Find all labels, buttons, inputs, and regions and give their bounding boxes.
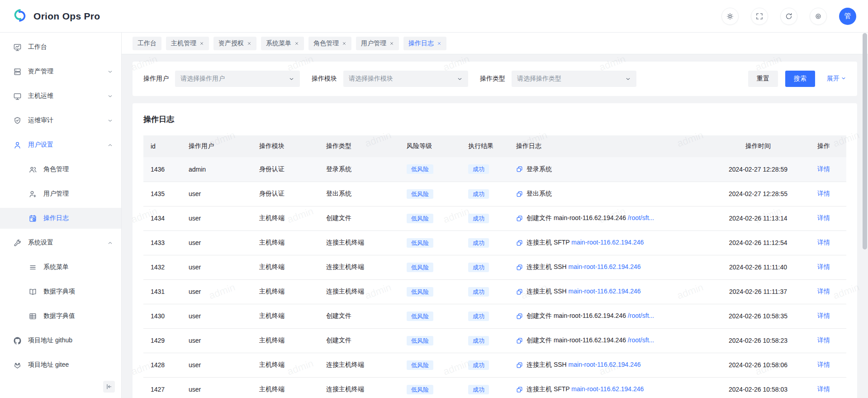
close-icon[interactable] [342, 41, 346, 46]
filter-select-user[interactable]: 请选择操作用户 [175, 71, 300, 87]
table-cell: 低风险 [399, 304, 461, 328]
avatar[interactable]: 管 [839, 8, 856, 25]
log-link[interactable]: main-root-116.62.194.246 [571, 385, 644, 393]
log-text: 连接主机 SSH main-root-116.62.194.246 [526, 263, 641, 271]
log-cell: 连接主机 SFTP main-root-116.62.194.246 [509, 230, 706, 255]
table-cell: 主机终端 [252, 230, 319, 255]
refresh-icon[interactable] [780, 8, 797, 25]
sidebar-item-1[interactable]: 资产管理 [0, 61, 121, 82]
scrollbar [863, 33, 867, 398]
sidebar-item-label: 系统设置 [28, 239, 53, 247]
tab-3[interactable]: 系统菜单 [261, 37, 304, 50]
chevron-down-icon [457, 76, 463, 82]
table-cell: 低风险 [399, 255, 461, 279]
filter-select-type[interactable]: 请选择操作类型 [512, 71, 636, 87]
action-cell: 详情 [810, 377, 846, 398]
table-cell: 身份认证 [252, 182, 319, 206]
sidebar-item-7[interactable]: 操作日志 [0, 208, 121, 229]
copy-icon[interactable] [516, 215, 523, 222]
sidebar-item-3[interactable]: 运维审计 [0, 110, 121, 131]
detail-link[interactable]: 详情 [817, 165, 830, 173]
filter-select-module[interactable]: 请选择操作模块 [343, 71, 468, 87]
sidebar-item-4[interactable]: 用户设置 [0, 134, 121, 155]
content-area: adminadminadminadminadminadminadminadmin… [122, 33, 868, 398]
table-row: 1433user主机终端连接主机终端低风险成功连接主机 SFTP main-ro… [143, 230, 846, 255]
table-cell: admin [181, 157, 252, 182]
log-link[interactable]: main-root-116.62.194.246 [571, 239, 644, 246]
log-cell: 创建文件 main-root-116.62.194.246 /root/sft.… [509, 206, 706, 230]
theme-icon[interactable] [721, 8, 739, 25]
log-cell: 连接主机 SSH main-root-116.62.194.246 [509, 279, 706, 304]
page-title: 操作日志 [143, 114, 846, 125]
log-link[interactable]: /root/sft... [628, 312, 654, 319]
copy-icon[interactable] [516, 288, 523, 295]
filter-label-type: 操作类型 [480, 75, 505, 83]
sidebar-item-6[interactable]: 用户管理 [0, 183, 121, 204]
table-cell: 成功 [461, 157, 509, 182]
action-cell: 详情 [810, 255, 846, 279]
table-cell: 1429 [143, 328, 181, 353]
sidebar-item-0[interactable]: 工作台 [0, 37, 121, 58]
action-cell: 详情 [810, 230, 846, 255]
log-text: 连接主机 SFTP main-root-116.62.194.246 [526, 239, 644, 247]
tab-0[interactable]: 工作台 [133, 37, 161, 50]
detail-link[interactable]: 详情 [817, 312, 830, 319]
detail-link[interactable]: 详情 [817, 239, 830, 246]
tab-bar: 工作台主机管理资产授权系统菜单角色管理用户管理操作日志 [122, 33, 868, 54]
detail-link[interactable]: 详情 [817, 336, 830, 344]
log-link[interactable]: /root/sft... [628, 336, 654, 344]
table-cell: 主机终端 [252, 206, 319, 230]
expand-toggle[interactable]: 展开 [827, 75, 846, 83]
sidebar-item-11[interactable]: 数据字典值 [0, 306, 121, 326]
app-title: Orion Ops Pro [33, 11, 100, 22]
detail-link[interactable]: 详情 [817, 361, 830, 368]
sidebar-item-5[interactable]: 角色管理 [0, 159, 121, 180]
detail-link[interactable]: 详情 [817, 214, 830, 221]
sidebar-item-13[interactable]: 项目地址 gitee [0, 355, 121, 375]
detail-link[interactable]: 详情 [817, 263, 830, 270]
copy-icon[interactable] [516, 362, 523, 369]
reset-button[interactable]: 重置 [748, 71, 778, 87]
sidebar-item-label: 项目地址 gitee [28, 361, 69, 369]
sidebar-item-10[interactable]: 数据字典项 [0, 281, 121, 302]
tab-4[interactable]: 角色管理 [308, 37, 351, 50]
sidebar-item-9[interactable]: 系统菜单 [0, 257, 121, 278]
table-cell: 连接主机终端 [319, 279, 399, 304]
detail-link[interactable]: 详情 [817, 288, 830, 295]
tab-2[interactable]: 资产授权 [213, 37, 256, 50]
copy-icon[interactable] [516, 264, 523, 271]
tab-1[interactable]: 主机管理 [166, 37, 209, 50]
copy-icon[interactable] [516, 191, 523, 197]
result-badge: 成功 [468, 164, 489, 174]
table-cell: user [181, 304, 252, 328]
filter-label-user: 操作用户 [143, 75, 169, 83]
log-link[interactable]: /root/sft... [628, 214, 654, 221]
log-link[interactable]: main-root-116.62.194.246 [569, 288, 641, 295]
tab-5[interactable]: 用户管理 [356, 37, 399, 50]
sidebar-collapse-button[interactable] [103, 381, 115, 393]
fullscreen-icon[interactable] [751, 8, 768, 25]
search-button[interactable]: 搜索 [785, 71, 815, 87]
close-icon[interactable] [437, 41, 441, 46]
detail-link[interactable]: 详情 [817, 190, 830, 197]
tab-6[interactable]: 操作日志 [403, 37, 446, 50]
log-cell: 连接主机 SSH main-root-116.62.194.246 [509, 353, 706, 377]
close-icon[interactable] [199, 41, 204, 46]
copy-icon[interactable] [516, 337, 523, 344]
copy-icon[interactable] [516, 386, 523, 393]
close-icon[interactable] [294, 41, 299, 46]
detail-link[interactable]: 详情 [817, 385, 830, 393]
copy-icon[interactable] [516, 166, 523, 173]
sidebar-item-2[interactable]: 主机运维 [0, 86, 121, 106]
table-cell: 低风险 [399, 353, 461, 377]
copy-icon[interactable] [516, 313, 523, 320]
copy-icon[interactable] [516, 240, 523, 246]
sidebar-item-8[interactable]: 系统设置 [0, 232, 121, 253]
sidebar-item-12[interactable]: 项目地址 github [0, 330, 121, 351]
settings-icon[interactable] [810, 8, 827, 25]
close-icon[interactable] [247, 41, 251, 46]
scrollbar-thumb[interactable] [863, 33, 867, 249]
log-link[interactable]: main-root-116.62.194.246 [569, 263, 641, 270]
close-icon[interactable] [389, 41, 394, 46]
log-link[interactable]: main-root-116.62.194.246 [569, 361, 641, 368]
